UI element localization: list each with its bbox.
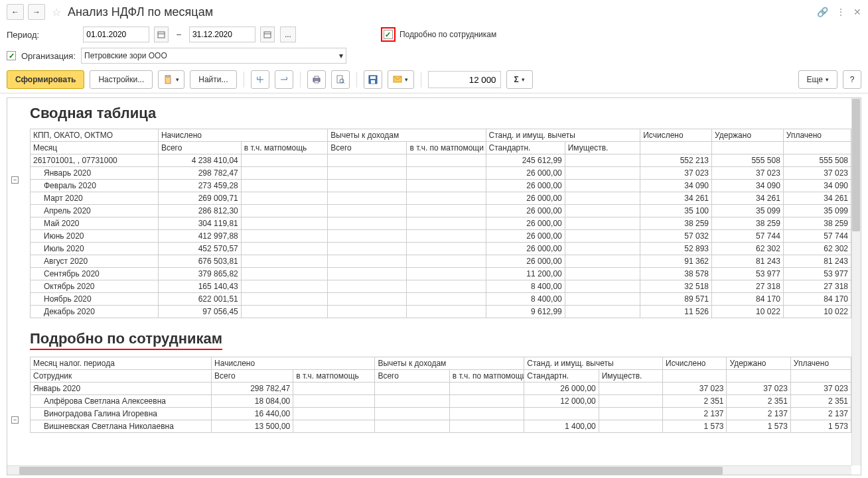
calendar-to-button[interactable]: [260, 27, 275, 42]
header-bar: ← → ☆ Анализ НДФЛ по месяцам 🔗 ⋮ ✕: [0, 0, 868, 24]
col-kpp: КПП, ОКАТО, ОКТМО: [31, 129, 159, 142]
expand-all-button[interactable]: [251, 70, 269, 89]
print-button[interactable]: [307, 70, 326, 89]
chevron-down-icon: ▾: [405, 76, 408, 83]
detail-heading: Подробно по сотрудникам: [30, 330, 222, 350]
chevron-down-icon: ▾: [176, 76, 179, 83]
org-value: Петровские зори ООО: [84, 51, 167, 60]
settings-button[interactable]: Настройки...: [90, 70, 153, 89]
org-row: ✓ Организация: Петровские зори ООО ▾: [0, 45, 868, 66]
more-icon[interactable]: ⋮: [836, 7, 845, 17]
clipboard-icon: [164, 75, 173, 84]
number-input[interactable]: [428, 71, 501, 88]
help-button[interactable]: ?: [843, 70, 861, 89]
tree-collapse-detail[interactable]: −: [11, 416, 19, 424]
table-row[interactable]: Алфёрова Светлана Алексеевна18 084,0012 …: [31, 395, 851, 408]
date-to-input[interactable]: [189, 27, 255, 42]
detail-group-row[interactable]: Январь 2020 298 782,47 26 000,00 37 023 …: [31, 383, 851, 395]
table-row[interactable]: Август 2020676 503,8126 000,0091 36281 2…: [31, 255, 851, 268]
table-row[interactable]: Июль 2020452 570,5726 000,0052 89362 302…: [31, 243, 851, 255]
svg-rect-2: [264, 32, 271, 38]
org-checkbox[interactable]: ✓: [7, 51, 16, 60]
generate-button[interactable]: Сформировать: [7, 70, 84, 89]
forward-button[interactable]: →: [28, 4, 45, 20]
paste-button[interactable]: ▾: [158, 70, 184, 89]
col-calc: Исчислено: [640, 129, 712, 142]
col-with: Удержано: [712, 129, 784, 142]
summary-group-row[interactable]: 261701001, , 07731000 4 238 410,04 245 6…: [31, 154, 851, 167]
svg-rect-17: [371, 80, 375, 84]
horizontal-scrollbar[interactable]: [7, 465, 851, 475]
chevron-down-icon: ▾: [522, 76, 525, 83]
col-aid2: в т.ч. по матпомощи: [407, 142, 486, 154]
find-button[interactable]: Найти...: [190, 70, 236, 89]
col-total: Всего: [158, 142, 241, 154]
col-std: Стандартн.: [486, 142, 565, 154]
report-scroll[interactable]: − − Сводная таблица КПП, ОКАТО, ОКТМО На…: [7, 98, 861, 475]
back-button[interactable]: ←: [7, 4, 24, 20]
calendar-from-button[interactable]: [154, 27, 169, 42]
detail-checkbox-wrap: ✓ Подробно по сотрудникам: [381, 27, 496, 42]
date-from-input[interactable]: [83, 27, 149, 42]
table-row[interactable]: Март 2020269 009,7126 000,0034 26134 261…: [31, 192, 851, 205]
col-total2: Всего: [328, 142, 407, 154]
sigma-icon: Σ: [514, 75, 518, 84]
col-deductions: Вычеты к доходам: [328, 129, 486, 142]
collapse-all-button[interactable]: [275, 70, 293, 89]
printer-icon: [312, 75, 321, 84]
vertical-scrollbar[interactable]: [851, 98, 861, 465]
envelope-icon: [393, 76, 402, 84]
table-row[interactable]: Вишневская Светлана Николаевна13 500,001…: [31, 420, 851, 433]
col-prop: Имуществ.: [565, 142, 640, 154]
col-paid: Уплачено: [783, 129, 851, 142]
summary-table: КПП, ОКАТО, ОКТМО Начислено Вычеты к дох…: [30, 129, 851, 318]
link-icon[interactable]: 🔗: [817, 7, 828, 17]
report-area: − − Сводная таблица КПП, ОКАТО, ОКТМО На…: [7, 97, 861, 475]
svg-rect-0: [158, 32, 165, 38]
detail-checkbox-label: Подробно по сотрудникам: [399, 30, 496, 39]
col-employee: Сотрудник: [31, 370, 212, 383]
org-select[interactable]: Петровские зори ООО ▾: [81, 48, 346, 64]
toolbar: Сформировать Настройки... ▾ Найти... ▾ Σ…: [0, 66, 868, 93]
detail-table: Месяц налог. периода Начислено Вычеты к …: [30, 357, 851, 433]
table-row[interactable]: Январь 2020298 782,4726 000,0037 02337 0…: [31, 167, 851, 180]
svg-line-14: [343, 82, 344, 84]
expand-icon: [255, 75, 265, 84]
close-icon[interactable]: ✕: [853, 7, 861, 17]
calendar-icon: [157, 30, 165, 38]
more-button[interactable]: Еще ▾: [798, 70, 837, 89]
col-taxmonth: Месяц налог. периода: [31, 357, 212, 370]
col-accrued: Начислено: [158, 129, 327, 142]
svg-rect-11: [315, 81, 319, 83]
table-row[interactable]: Май 2020304 119,8126 000,0038 25938 2593…: [31, 217, 851, 230]
period-picker-button[interactable]: ...: [280, 27, 296, 42]
table-row[interactable]: Виноградова Галина Игоревна16 440,002 13…: [31, 408, 851, 420]
col-stdprop: Станд. и имущ. вычеты: [486, 129, 640, 142]
tree-collapse-group[interactable]: −: [11, 176, 19, 184]
period-label: Период:: [7, 30, 39, 40]
svg-rect-5: [167, 75, 169, 77]
table-row[interactable]: Сентябрь 2020379 865,8211 200,0038 57853…: [31, 268, 851, 280]
floppy-icon: [368, 75, 378, 84]
table-row[interactable]: Апрель 2020286 812,3026 000,0035 10035 0…: [31, 205, 851, 217]
table-row[interactable]: Декабрь 202097 056,459 612,9911 52610 02…: [31, 306, 851, 318]
table-row[interactable]: Октябрь 2020165 140,438 400,0032 51827 3…: [31, 280, 851, 293]
save-button[interactable]: [364, 70, 382, 89]
col-aid: в т.ч. матпомощь: [241, 142, 328, 154]
sigma-button[interactable]: Σ ▾: [506, 70, 533, 89]
favorite-icon[interactable]: ☆: [52, 6, 61, 19]
period-row: Период: – ... ✓ Подробно по сотрудникам: [0, 24, 868, 45]
email-button[interactable]: ▾: [388, 70, 414, 89]
calendar-icon: [263, 30, 271, 38]
dash: –: [177, 30, 181, 39]
summary-heading: Сводная таблица: [30, 105, 851, 122]
preview-icon: [336, 75, 345, 84]
preview-button[interactable]: [331, 70, 350, 89]
table-row[interactable]: Февраль 2020273 459,2826 000,0034 09034 …: [31, 180, 851, 192]
svg-rect-16: [370, 76, 376, 79]
detail-checkbox[interactable]: ✓: [384, 30, 393, 39]
table-row[interactable]: Июнь 2020412 997,8826 000,0057 03257 744…: [31, 230, 851, 243]
chevron-down-icon: ▾: [826, 76, 829, 83]
collapse-icon: [279, 75, 289, 84]
table-row[interactable]: Ноябрь 2020622 001,518 400,0089 57184 17…: [31, 293, 851, 306]
